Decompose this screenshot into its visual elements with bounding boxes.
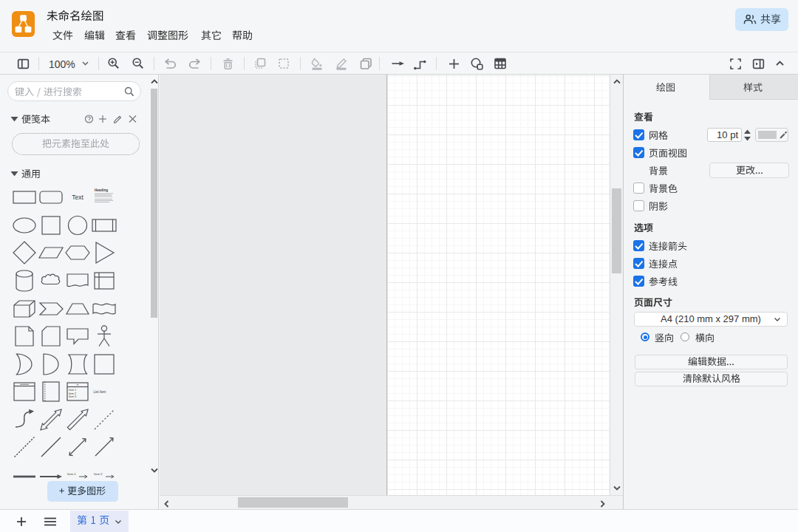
svg-text:Heading: Heading bbox=[95, 188, 108, 192]
svg-text:Item 2: Item 2 bbox=[69, 392, 76, 395]
svg-text:Item 2: Item 2 bbox=[94, 472, 103, 476]
svg-text:Item 1: Item 1 bbox=[67, 472, 76, 476]
svg-text:Item 3: Item 3 bbox=[69, 395, 76, 398]
svg-text:Text: Text bbox=[72, 194, 83, 201]
svg-text:Item 1: Item 1 bbox=[69, 389, 76, 392]
svg-text:List Item: List Item bbox=[93, 390, 106, 394]
